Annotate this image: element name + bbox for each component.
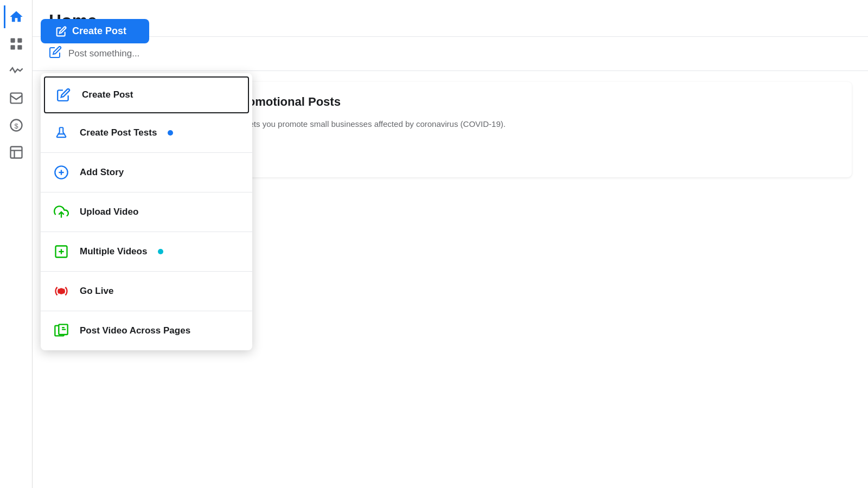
dropdown-item-upload-video[interactable]: Upload Video	[41, 192, 252, 232]
create-post-button[interactable]: Create Post	[41, 19, 149, 43]
post-edit-icon	[49, 46, 62, 62]
sidebar-item-inbox[interactable]	[5, 87, 28, 110]
dropdown-item-add-story[interactable]: Add Story	[41, 153, 252, 192]
page-title: Home	[49, 11, 852, 31]
svg-rect-3	[17, 45, 22, 49]
plus-circle-icon	[52, 163, 71, 182]
sidebar-item-publishing[interactable]	[5, 141, 28, 164]
sidebar-item-activity[interactable]	[5, 60, 28, 82]
dropdown-item-multiple-videos[interactable]: Multiple Videos	[41, 232, 252, 272]
edit-icon	[56, 26, 67, 37]
live-icon	[52, 281, 71, 301]
create-post-button-wrapper: Create Post	[41, 19, 149, 43]
svg-rect-2	[10, 45, 15, 49]
upload-icon	[52, 202, 71, 222]
dropdown-item-create-post-tests[interactable]: Create Post Tests	[41, 113, 252, 153]
dropdown-item-post-video-across-pages[interactable]: Post Video Across Pages	[41, 311, 252, 350]
multiple-videos-badge	[158, 249, 163, 254]
dropdown-item-create-post[interactable]: Create Post	[44, 76, 249, 113]
create-post-tests-badge	[168, 130, 173, 136]
svg-rect-4	[10, 93, 22, 104]
create-post-dropdown: Create Post Create Post Tests Add Story	[41, 73, 252, 350]
dropdown-item-go-live[interactable]: Go Live	[41, 272, 252, 311]
plus-square-icon	[52, 242, 71, 261]
svg-point-18	[59, 288, 63, 293]
flask-icon	[52, 123, 71, 143]
main-header: Home	[33, 0, 868, 37]
sidebar: $	[0, 0, 33, 488]
svg-rect-7	[10, 147, 22, 158]
sidebar-item-monetize[interactable]: $	[5, 114, 28, 137]
edit-icon	[54, 85, 73, 105]
svg-rect-0	[10, 38, 15, 43]
sidebar-item-pages[interactable]	[5, 33, 28, 55]
post-bar[interactable]: Post something...	[33, 37, 868, 71]
svg-rect-1	[17, 38, 22, 43]
svg-text:$: $	[14, 122, 18, 130]
multi-page-icon	[52, 321, 71, 341]
post-placeholder[interactable]: Post something...	[68, 48, 139, 59]
sidebar-item-home[interactable]	[4, 5, 27, 28]
